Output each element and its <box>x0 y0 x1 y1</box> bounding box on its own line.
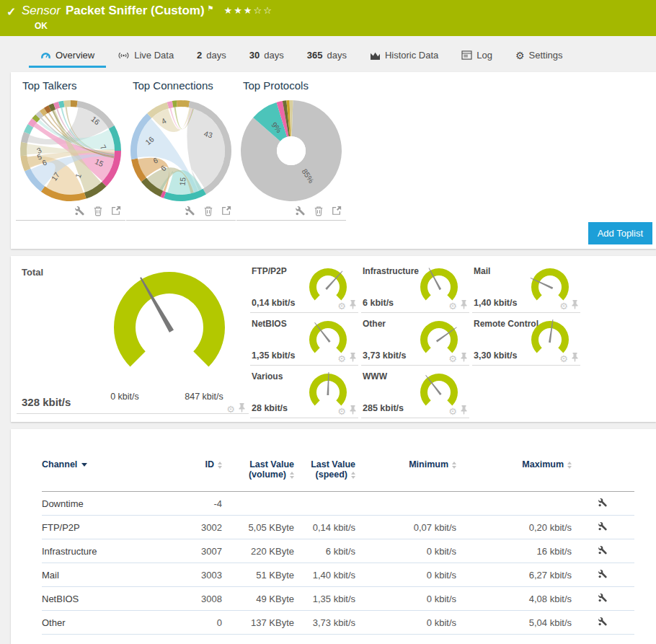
tab-2-days[interactable]: 2days <box>185 45 238 68</box>
cell-id: 3007 <box>168 539 222 563</box>
column-header-maximum[interactable]: Maximum <box>456 455 572 492</box>
gear-icon[interactable]: ⚙ <box>337 407 346 416</box>
column-header-label: ID <box>205 459 215 469</box>
sort-desc-icon <box>81 463 87 467</box>
settings-wrench-icon[interactable] <box>75 206 85 216</box>
channel-gauge-tile-remote-control: Remote Control3,30 kbit/s⚙ <box>472 314 580 366</box>
cell-id: 3002 <box>168 516 222 539</box>
cell-volume: 51 KByte <box>222 563 294 587</box>
tab-settings[interactable]: ⚙Settings <box>504 45 575 68</box>
priority-stars[interactable]: ★★★☆☆ <box>224 5 273 16</box>
tab-365-days[interactable]: 365days <box>296 45 358 68</box>
pin-icon[interactable] <box>460 405 468 418</box>
open-external-icon[interactable] <box>221 206 231 216</box>
tab-historic-data[interactable]: Historic Data <box>358 45 450 68</box>
channel-label: Mail <box>474 266 490 276</box>
sort-icon <box>218 462 222 469</box>
column-header-id[interactable]: ID <box>168 455 222 492</box>
gear-icon[interactable]: ⚙ <box>226 405 235 414</box>
channel-tile-icons: ⚙ <box>448 299 468 312</box>
pin-icon[interactable] <box>460 352 468 365</box>
delete-icon[interactable] <box>314 206 324 216</box>
cell-speed: 3,73 kbit/s <box>294 611 355 635</box>
channel-value: 6 kbit/s <box>363 298 394 308</box>
settings-wrench-icon[interactable] <box>598 546 608 557</box>
channel-label: Various <box>252 371 283 381</box>
gear-icon[interactable]: ⚙ <box>559 301 568 311</box>
cell-channel[interactable]: Mail <box>42 563 168 587</box>
sort-icon <box>290 472 294 479</box>
open-external-icon[interactable] <box>111 206 121 216</box>
row-settings-cell <box>572 516 634 539</box>
table-row: Downtime-4 <box>42 492 634 516</box>
pin-icon[interactable] <box>349 299 357 312</box>
sort-icon <box>452 462 456 469</box>
settings-wrench-icon[interactable] <box>598 617 608 628</box>
toplist-tile-top-talkers: Top Talkers16715117653 <box>16 79 125 221</box>
column-header-channel[interactable]: Channel <box>42 455 168 492</box>
tab-log[interactable]: Log <box>450 45 504 68</box>
column-header-last-value-volume-[interactable]: Last Value (volume) <box>222 455 294 492</box>
pin-icon[interactable] <box>571 299 579 312</box>
toplist-chart[interactable]: 9%85% <box>237 97 345 205</box>
channel-value: 0,14 kbit/s <box>252 298 295 308</box>
table-row: NetBIOS300849 KByte1,35 kbit/s0 kbit/s4,… <box>42 587 634 611</box>
toplist-actions <box>126 205 236 221</box>
cell-channel[interactable]: Downtime <box>42 492 168 516</box>
gear-icon[interactable]: ⚙ <box>559 354 568 363</box>
channel-table-panel: ChannelIDLast Value (volume)Last Value (… <box>11 429 656 644</box>
pin-icon[interactable] <box>238 402 246 415</box>
delete-icon[interactable] <box>203 206 213 216</box>
gear-icon[interactable]: ⚙ <box>337 354 346 363</box>
cell-channel[interactable]: NetBIOS <box>42 587 168 611</box>
cell-speed <box>294 492 355 516</box>
toplist-chart[interactable]: 16715117653 <box>17 97 125 205</box>
chart-icon <box>370 50 381 60</box>
total-tile-icons: ⚙ <box>226 402 246 415</box>
sensor-title-row: Sensor Packet Sniffer (Custom) ⚑ ★★★☆☆ <box>22 4 273 18</box>
cell-max: 16 kbit/s <box>456 539 572 563</box>
open-external-icon[interactable] <box>332 206 342 216</box>
tab-30-days[interactable]: 30days <box>238 45 296 68</box>
pin-icon[interactable] <box>349 405 357 418</box>
column-header-last-value-speed-[interactable]: Last Value (speed) <box>294 455 355 492</box>
pin-icon[interactable] <box>460 299 468 312</box>
pin-icon[interactable] <box>571 352 579 365</box>
settings-wrench-icon[interactable] <box>598 594 608 604</box>
gear-icon[interactable]: ⚙ <box>448 354 457 363</box>
settings-wrench-icon[interactable] <box>296 206 306 216</box>
settings-wrench-icon[interactable] <box>598 498 608 509</box>
column-header-label: Maximum <box>522 459 564 469</box>
delete-icon[interactable] <box>93 206 103 216</box>
cell-max: 5,04 kbit/s <box>456 611 572 635</box>
tab-live-data[interactable]: Live Data <box>106 45 185 68</box>
cell-channel[interactable]: Other <box>42 611 168 635</box>
cell-channel[interactable]: Infrastructure <box>42 539 168 563</box>
settings-wrench-icon[interactable] <box>598 522 608 533</box>
pin-icon[interactable] <box>349 352 357 365</box>
table-row: Other0137 KByte3,73 kbit/s0 kbit/s5,04 k… <box>42 611 634 635</box>
channel-value: 28 kbit/s <box>252 403 288 413</box>
add-toplist-button[interactable]: Add Toplist <box>588 222 652 244</box>
flag-icon[interactable]: ⚑ <box>208 4 214 12</box>
cell-channel[interactable]: FTP/P2P <box>42 516 168 539</box>
channel-tile-icons: ⚙ <box>448 405 468 418</box>
settings-wrench-icon[interactable] <box>185 206 195 216</box>
status-badge: OK <box>35 21 48 31</box>
column-header-label: Channel <box>42 459 77 469</box>
cell-volume: 5,05 KByte <box>222 516 294 539</box>
column-header-minimum[interactable]: Minimum <box>355 455 456 492</box>
channels-table: ChannelIDLast Value (volume)Last Value (… <box>42 455 634 635</box>
gear-icon[interactable]: ⚙ <box>448 301 457 311</box>
toplist-chart[interactable]: 431641566 <box>127 97 235 205</box>
gear-icon[interactable]: ⚙ <box>448 407 457 416</box>
tab-overview[interactable]: Overview <box>29 45 106 68</box>
tab-number: 2 <box>197 50 202 61</box>
channel-gauge-tile-various: Various28 kbit/s⚙ <box>250 367 358 418</box>
tab-label: Overview <box>56 50 94 61</box>
gear-icon[interactable]: ⚙ <box>337 301 346 311</box>
settings-wrench-icon[interactable] <box>598 570 608 581</box>
channel-value: 3,30 kbit/s <box>474 350 517 361</box>
column-header-label: Last Value (speed) <box>311 459 355 480</box>
tab-label: Live Data <box>134 50 174 61</box>
